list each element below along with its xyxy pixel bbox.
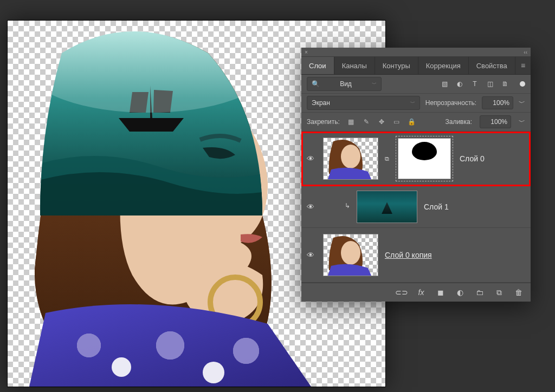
svg-point-4 bbox=[112, 357, 131, 377]
layer-thumbnail[interactable] bbox=[323, 138, 378, 180]
layers-bottom-bar: ⊂⊃ fx ◼ ◐ 🗀 ⧉ 🗑 bbox=[301, 283, 531, 302]
svg-point-9 bbox=[156, 331, 184, 360]
opacity-label: Непрозрачность: bbox=[425, 99, 476, 107]
layer-list: 👁 ⧉ Слой 0 👁 ↳ Слой 1 👁 bbox=[301, 132, 531, 283]
panel-tabs: Слои Каналы Контуры Коррекция Свойства ≡ bbox=[301, 57, 531, 75]
filter-image-icon[interactable]: ▧ bbox=[441, 80, 448, 88]
blend-mode-value: Экран bbox=[312, 99, 330, 107]
visibility-icon[interactable]: 👁 bbox=[305, 251, 317, 259]
layer-row[interactable]: 👁 Слой 0 копия bbox=[301, 228, 531, 283]
blend-mode-select[interactable]: Экран ﹀ bbox=[307, 96, 420, 110]
filter-toggle[interactable] bbox=[520, 81, 525, 87]
clip-indicator-icon: ↳ bbox=[345, 202, 350, 210]
visibility-icon[interactable]: 👁 bbox=[305, 202, 317, 211]
lock-row: Закрепить: ▦ ✎ ✥ ▭ 🔒 Заливка: 100% ﹀ bbox=[301, 113, 531, 132]
opacity-value: 100% bbox=[493, 99, 509, 107]
chevron-down-icon[interactable]: ﹀ bbox=[519, 117, 525, 127]
filter-type-icon[interactable]: T bbox=[471, 80, 479, 88]
opacity-input[interactable]: 100% bbox=[482, 96, 513, 109]
lock-label: Закрепить: bbox=[307, 118, 340, 126]
layer-thumbnail[interactable] bbox=[357, 191, 417, 223]
svg-point-12 bbox=[341, 241, 360, 265]
layer-filter-row: 🔍 Вид ﹀ ▧ ◐ T ◫ 🗎 bbox=[301, 75, 531, 94]
fill-value: 100% bbox=[491, 118, 507, 126]
svg-point-11 bbox=[341, 145, 360, 168]
blend-row: Экран ﹀ Непрозрачность: 100% ﹀ bbox=[301, 94, 531, 113]
new-group-icon[interactable]: 🗀 bbox=[475, 288, 484, 297]
svg-point-10 bbox=[233, 338, 259, 364]
layer-fx-icon[interactable]: fx bbox=[417, 288, 425, 297]
collapse-icon[interactable]: ‹‹ bbox=[524, 49, 527, 55]
lock-all-icon[interactable]: 🔒 bbox=[408, 118, 416, 126]
lock-artboard-icon[interactable]: ▭ bbox=[393, 118, 401, 126]
layer-thumbnail[interactable] bbox=[323, 234, 378, 276]
layers-panel: × ‹‹ Слои Каналы Контуры Коррекция Свойс… bbox=[301, 48, 531, 302]
tab-adjustments[interactable]: Коррекция bbox=[418, 57, 469, 74]
tab-layers[interactable]: Слои bbox=[301, 57, 334, 74]
filter-adjust-icon[interactable]: ◐ bbox=[456, 80, 463, 88]
lock-brush-icon[interactable]: ✎ bbox=[363, 118, 370, 126]
fill-input[interactable]: 100% bbox=[480, 115, 511, 128]
svg-point-1 bbox=[29, 26, 268, 113]
new-layer-icon[interactable]: ⧉ bbox=[495, 288, 504, 297]
chevron-down-icon[interactable]: ﹀ bbox=[519, 99, 525, 108]
lock-pixels-icon[interactable]: ▦ bbox=[347, 118, 355, 126]
lock-position-icon[interactable]: ✥ bbox=[378, 118, 385, 126]
fill-label: Заливка: bbox=[445, 118, 472, 126]
filter-kind-select[interactable]: 🔍 Вид ﹀ bbox=[307, 77, 382, 91]
delete-layer-icon[interactable]: 🗑 bbox=[514, 288, 523, 297]
svg-point-6 bbox=[203, 362, 224, 383]
tab-properties[interactable]: Свойства bbox=[469, 57, 515, 74]
visibility-icon[interactable]: 👁 bbox=[305, 154, 317, 163]
layer-name[interactable]: Слой 0 копия bbox=[385, 251, 432, 259]
tab-channels[interactable]: Каналы bbox=[334, 57, 375, 74]
link-layers-icon[interactable]: ⊂⊃ bbox=[397, 288, 406, 297]
filter-kind-label: Вид bbox=[340, 80, 352, 88]
chevron-down-icon: ﹀ bbox=[372, 81, 377, 88]
layer-name[interactable]: Слой 0 bbox=[460, 154, 485, 163]
chevron-down-icon: ﹀ bbox=[410, 100, 415, 107]
filter-smart-icon[interactable]: 🗎 bbox=[501, 80, 509, 88]
new-adjustment-icon[interactable]: ◐ bbox=[456, 288, 464, 297]
layer-row[interactable]: 👁 ↳ Слой 1 bbox=[301, 186, 531, 228]
add-mask-icon[interactable]: ◼ bbox=[436, 288, 445, 297]
tab-paths[interactable]: Контуры bbox=[375, 57, 418, 74]
layer-mask-thumbnail[interactable] bbox=[396, 136, 453, 181]
close-icon[interactable]: × bbox=[305, 49, 308, 55]
layer-name[interactable]: Слой 1 bbox=[424, 202, 449, 211]
layer-row[interactable]: 👁 ⧉ Слой 0 bbox=[301, 132, 531, 186]
panel-menu-icon[interactable]: ≡ bbox=[515, 61, 531, 70]
svg-point-8 bbox=[77, 334, 101, 357]
filter-shape-icon[interactable]: ◫ bbox=[486, 80, 494, 88]
mask-link-icon[interactable]: ⧉ bbox=[385, 155, 389, 162]
